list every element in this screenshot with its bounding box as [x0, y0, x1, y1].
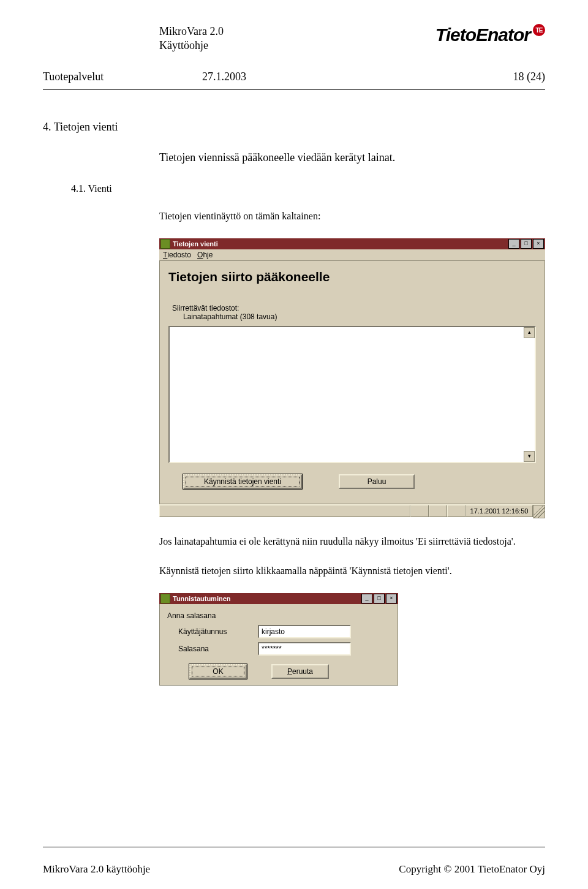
- status-datetime: 17.1.2001 12:16:50: [466, 505, 533, 517]
- app-icon: [160, 239, 170, 249]
- app-icon: [160, 594, 170, 603]
- export-window-titlebar: Tietojen vienti _ □ ×: [159, 238, 545, 249]
- export-window-title: Tietojen vienti: [173, 240, 507, 248]
- ok-button[interactable]: OK: [189, 664, 247, 679]
- export-window-menubar: Tiedosto Ohje: [159, 249, 545, 261]
- footer-left: MikroVara 2.0 käyttöohje: [43, 863, 150, 876]
- doc-product: MikroVara 2.0: [159, 25, 224, 39]
- header-rule: [43, 89, 545, 90]
- back-button[interactable]: Paluu: [339, 474, 415, 489]
- auth-window-titlebar: Tunnistautuminen _ □ ×: [159, 593, 398, 604]
- resize-grip-icon[interactable]: [533, 505, 545, 518]
- meta-department: Tuotepalvelut: [43, 70, 202, 83]
- doc-title: Käyttöohje: [159, 39, 224, 53]
- maximize-button[interactable]: □: [521, 239, 532, 249]
- export-window: Tietojen vienti _ □ × Tiedosto Ohje Tiet…: [159, 238, 545, 517]
- status-cell-2: [429, 505, 447, 517]
- brand-badge: TE: [533, 24, 545, 36]
- after-win1-p2: Käynnistä tietojen siirto klikkaamalla n…: [43, 564, 545, 578]
- footer-rule: [43, 847, 545, 847]
- section-4-para: Tietojen viennissä pääkoneelle viedään k…: [43, 149, 545, 166]
- export-window-statusbar: 17.1.2001 12:16:50: [159, 504, 545, 517]
- brand-logo: TietoEnator TE: [435, 25, 545, 45]
- close-button[interactable]: ×: [386, 594, 397, 603]
- menu-ohje[interactable]: Ohje: [197, 251, 213, 259]
- meta-date: 27.1.2003: [202, 70, 513, 83]
- password-input[interactable]: *******: [258, 642, 351, 656]
- section-4-1-para: Tietojen vientinäyttö on tämän kaltainen…: [43, 209, 545, 224]
- scroll-up-icon[interactable]: ▴: [524, 327, 535, 338]
- meta-pagenum: 18 (24): [513, 70, 546, 83]
- section-4-title: 4. Tietojen vienti: [43, 121, 545, 134]
- minimize-button[interactable]: _: [508, 239, 519, 249]
- start-export-button[interactable]: Käynnistä tietojen vienti: [183, 474, 302, 489]
- file-line: Lainatapahtumat (308 tavua): [168, 312, 536, 321]
- status-cell-1: [410, 505, 429, 517]
- username-input[interactable]: kirjasto: [258, 625, 351, 638]
- brand-name: TietoEnator: [435, 25, 530, 45]
- auth-prompt: Anna salasana: [167, 611, 390, 620]
- export-panel-title: Tietojen siirto pääkoneelle: [162, 263, 542, 290]
- auth-window: Tunnistautuminen _ □ × Anna salasana Käy…: [159, 593, 398, 686]
- footer-right: Copyright © 2001 TietoEnator Oyj: [399, 863, 545, 876]
- section-4-1-title: 4.1. Vienti: [71, 183, 545, 194]
- maximize-button[interactable]: □: [374, 594, 385, 603]
- close-button[interactable]: ×: [533, 239, 544, 249]
- status-cell-empty: [159, 505, 410, 517]
- password-label: Salasana: [167, 645, 258, 653]
- username-label: Käyttäjätunnus: [167, 627, 258, 636]
- cancel-button[interactable]: Peruuta: [271, 664, 329, 679]
- files-label: Siirrettävät tiedostot:: [168, 304, 536, 312]
- log-listbox[interactable]: ▴ ▾: [168, 326, 536, 463]
- scroll-down-icon[interactable]: ▾: [524, 451, 535, 462]
- menu-tiedosto[interactable]: Tiedosto: [163, 251, 191, 259]
- minimize-button[interactable]: _: [361, 594, 372, 603]
- after-win1-p1: Jos lainatapahtumia ei ole kerättynä nii…: [43, 534, 545, 549]
- auth-window-title: Tunnistautuminen: [173, 595, 360, 602]
- status-cell-3: [447, 505, 466, 517]
